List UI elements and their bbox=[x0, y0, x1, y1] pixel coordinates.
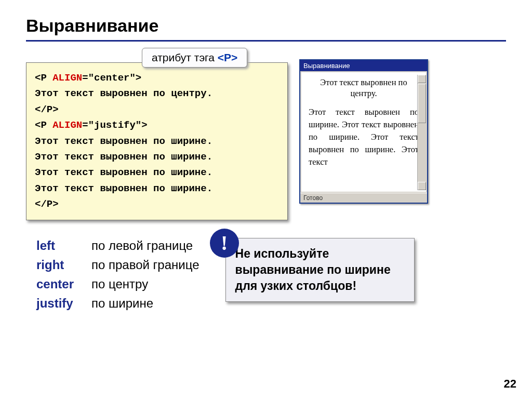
attribute-callout: атрибут тэга <P> bbox=[142, 48, 247, 68]
browser-justified-text: Этот текст выровнен по ширине. Этот текс… bbox=[309, 106, 419, 168]
browser-statusbar: Готово bbox=[300, 193, 427, 203]
code-line: <P ALIGN="center"> bbox=[35, 70, 279, 86]
warning-callout: ! Не используйте выравнивание по ширине … bbox=[225, 238, 415, 302]
list-item: leftпо левой границе bbox=[36, 236, 200, 255]
code-line: Этот текст выровнен по ширине. bbox=[35, 181, 279, 196]
code-line: Этот текст выровнен по ширине. bbox=[35, 149, 279, 165]
attribute-prefix: атрибут тэга bbox=[152, 51, 218, 63]
exclamation-icon: ! bbox=[210, 229, 239, 258]
align-values-list: leftпо левой границе rightпо правой гран… bbox=[26, 236, 200, 313]
browser-centered-text: Этот текст выровнен по центру. bbox=[309, 77, 419, 99]
scroll-thumb[interactable] bbox=[418, 84, 426, 123]
browser-window: Выравнивание Этот текст выровнен по цент… bbox=[299, 59, 428, 204]
list-item: rightпо правой границе bbox=[36, 255, 200, 274]
scroll-down-icon[interactable] bbox=[418, 182, 426, 190]
page-title: Выравнивание bbox=[26, 16, 506, 42]
code-line: <P ALIGN="justify"> bbox=[35, 117, 279, 133]
scrollbar[interactable] bbox=[417, 75, 426, 190]
code-line: Этот текст выровнен по ширине. bbox=[35, 165, 279, 180]
scroll-up-icon[interactable] bbox=[418, 75, 426, 83]
attribute-tag: <P> bbox=[218, 51, 238, 63]
code-line: </P> bbox=[35, 196, 279, 212]
code-example: <P ALIGN="center"> Этот текст выровнен п… bbox=[26, 62, 288, 220]
code-line: </P> bbox=[35, 102, 279, 117]
warning-text: Не используйте выравнивание по ширине дл… bbox=[225, 238, 415, 302]
list-item: justifyпо ширине bbox=[36, 294, 200, 313]
browser-titlebar: Выравнивание bbox=[300, 60, 427, 71]
list-item: centerпо центру bbox=[36, 274, 200, 294]
browser-viewport: Этот текст выровнен по центру. Этот текс… bbox=[301, 72, 426, 192]
page-number: 22 bbox=[504, 377, 516, 391]
code-line: Этот текст выровнен по центру. bbox=[35, 86, 279, 101]
code-line: Этот текст выровнен по ширине. bbox=[35, 134, 279, 149]
